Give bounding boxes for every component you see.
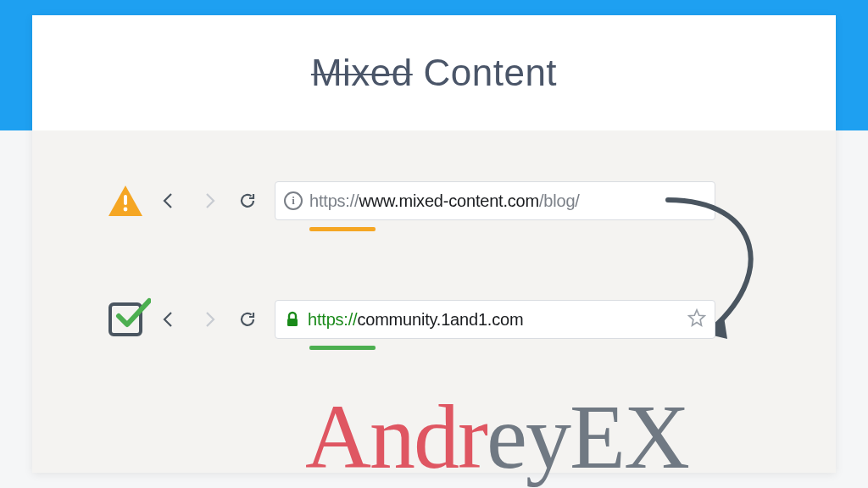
- url-path: /blog/: [539, 191, 580, 210]
- back-arrow-icon[interactable]: [158, 308, 181, 331]
- title-struck-word: Mixed: [311, 52, 413, 93]
- address-bar-secure[interactable]: https://community.1and1.com: [275, 300, 715, 339]
- url-text-mixed: https://www.mixed-content.com/blog/: [309, 191, 580, 211]
- info-circle-icon[interactable]: i: [284, 191, 303, 210]
- scheme-underline-green: [309, 346, 376, 350]
- checkbox-checked-icon: [108, 302, 142, 336]
- warning-triangle-icon: [108, 186, 142, 216]
- forward-arrow-icon[interactable]: [197, 189, 220, 213]
- title-rest: Content: [413, 52, 557, 93]
- address-rows: i https://www.mixed-content.com/blog/: [32, 130, 836, 473]
- reload-icon[interactable]: [236, 189, 259, 213]
- slide-card: Mixed Content: [32, 15, 836, 473]
- forward-arrow-icon[interactable]: [197, 308, 220, 331]
- mixed-content-row: i https://www.mixed-content.com/blog/: [108, 181, 715, 220]
- back-arrow-icon[interactable]: [158, 189, 181, 213]
- card-header: Mixed Content: [32, 15, 836, 130]
- url-host: www.mixed-content.com: [359, 191, 539, 210]
- reload-icon[interactable]: [236, 308, 259, 331]
- svg-rect-4: [287, 319, 298, 326]
- url-host: community.1and1.com: [357, 310, 523, 329]
- bookmark-star-icon[interactable]: [687, 308, 706, 330]
- url-scheme: https://: [309, 191, 359, 210]
- page-title: Mixed Content: [311, 52, 557, 94]
- svg-rect-1: [124, 195, 127, 205]
- address-bar-mixed[interactable]: i https://www.mixed-content.com/blog/: [275, 181, 715, 220]
- secure-row: https://community.1and1.com: [108, 300, 715, 339]
- url-text-secure: https://community.1and1.com: [308, 310, 523, 330]
- lock-icon[interactable]: [284, 311, 301, 328]
- svg-point-2: [124, 208, 128, 212]
- scheme-underline-orange: [309, 227, 376, 231]
- url-scheme: https://: [308, 310, 357, 329]
